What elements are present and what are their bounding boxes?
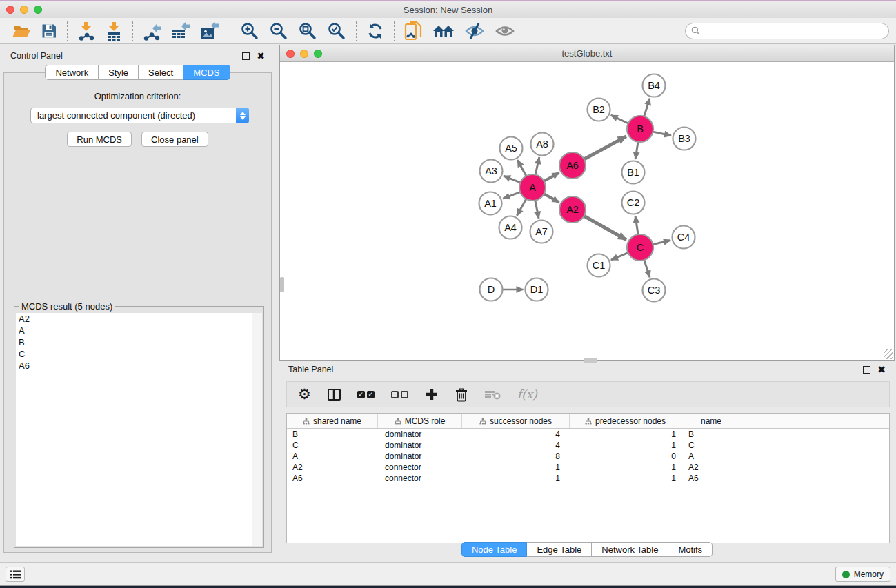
tab-node-table[interactable]: Node Table <box>461 542 528 557</box>
graph-edge-A-A2[interactable] <box>544 194 559 202</box>
splitter-handle-horizontal[interactable] <box>584 358 597 363</box>
zoom-out-button[interactable] <box>264 20 293 42</box>
show-columns-button[interactable] <box>328 389 341 401</box>
graph-edge-B-B4[interactable] <box>644 99 650 116</box>
graph-node-A[interactable]: A <box>519 174 546 201</box>
graph-edge-C-C2[interactable] <box>635 216 638 234</box>
show-all-button[interactable] <box>490 20 520 42</box>
tab-network[interactable]: Network <box>45 65 99 80</box>
result-list-item[interactable]: A6 <box>16 360 252 372</box>
graph-edge-C-C4[interactable] <box>653 241 671 245</box>
tab-network-table[interactable]: Network Table <box>592 542 668 557</box>
graph-edge-C-C3[interactable] <box>644 260 650 277</box>
close-panel-button[interactable]: Close panel <box>141 132 208 147</box>
refresh-button[interactable] <box>361 20 389 42</box>
graph-edge-A-A6[interactable] <box>544 173 559 181</box>
graph-node-A6[interactable]: A6 <box>559 152 586 179</box>
close-panel-icon[interactable]: ✖ <box>257 52 265 60</box>
zoom-in-button[interactable] <box>235 20 264 42</box>
window-resize-grip[interactable] <box>884 349 893 359</box>
deselect-all-button[interactable] <box>391 391 408 398</box>
graph-node-D1[interactable]: D1 <box>526 278 548 301</box>
float-table-panel-icon[interactable] <box>863 366 870 374</box>
tab-select[interactable]: Select <box>139 65 183 80</box>
table-row[interactable]: A2connector11A2 <box>287 462 889 473</box>
graph-edge-A2-C[interactable] <box>584 216 626 239</box>
graph-edge-B-B2[interactable] <box>611 115 628 123</box>
graph-node-A7[interactable]: A7 <box>530 221 553 243</box>
zoom-selected-button[interactable] <box>322 20 351 42</box>
result-list-item[interactable]: A <box>16 325 252 336</box>
function-builder-button[interactable]: f(x) <box>517 387 537 401</box>
tab-style[interactable]: Style <box>99 65 139 80</box>
result-list-item[interactable]: C <box>16 348 252 360</box>
graph-node-B[interactable]: B <box>627 116 653 142</box>
graph-edge-A-A1[interactable] <box>503 192 520 199</box>
graph-node-B2[interactable]: B2 <box>588 99 610 121</box>
first-neighbors-button[interactable] <box>428 20 459 42</box>
criterion-select[interactable]: largest connected component (directed) <box>30 108 249 123</box>
graph-edge-A-A4[interactable] <box>517 199 526 216</box>
export-network-button[interactable] <box>138 20 166 42</box>
search-input[interactable] <box>700 26 888 36</box>
graph-node-A3[interactable]: A3 <box>480 160 503 183</box>
graph-node-C1[interactable]: C1 <box>588 254 610 277</box>
graph-edge-C-C1[interactable] <box>611 253 628 261</box>
graph-node-A5[interactable]: A5 <box>500 137 523 160</box>
add-column-button[interactable] <box>425 387 439 401</box>
table-settings-button[interactable]: ⚙ <box>298 387 311 401</box>
column-header-name[interactable]: name <box>681 414 741 428</box>
graph-edge-B-B3[interactable] <box>653 132 671 136</box>
column-header-successor-nodes[interactable]: successor nodes <box>462 414 570 428</box>
table-row[interactable]: Bdominator41B <box>287 429 889 440</box>
graph-node-A2[interactable]: A2 <box>559 196 586 223</box>
network-canvas[interactable]: B4B2BB3A5A8A6A3B1AA1C2A2A4A7C4CC1DD1C3 <box>280 63 894 360</box>
select-all-button[interactable]: ✓✓ <box>357 391 375 398</box>
column-header-MCDS-role[interactable]: MCDS role <box>378 414 462 428</box>
delete-table-button[interactable] <box>484 389 501 400</box>
graph-node-B3[interactable]: B3 <box>673 128 696 150</box>
graph-edge-A-A3[interactable] <box>504 176 520 183</box>
graph-edge-A-A5[interactable] <box>517 160 526 176</box>
graph-node-C4[interactable]: C4 <box>673 226 695 249</box>
graph-node-A1[interactable]: A1 <box>479 192 502 215</box>
table-row[interactable]: Adominator80A <box>287 451 889 462</box>
graph-node-D[interactable]: D <box>480 278 503 301</box>
memory-button[interactable]: Memory <box>835 567 890 582</box>
table-row[interactable]: Cdominator41C <box>287 440 889 451</box>
table-row[interactable]: A6connector11A6 <box>287 473 889 484</box>
close-table-panel-icon[interactable]: ✖ <box>877 366 886 374</box>
splitter-handle-vertical[interactable] <box>280 277 284 292</box>
column-header-shared-name[interactable]: shared name <box>287 414 378 428</box>
result-list-item[interactable]: B <box>16 336 252 348</box>
hide-selected-button[interactable] <box>459 20 490 42</box>
tab-edge-table[interactable]: Edge Table <box>527 542 592 557</box>
import-network-button[interactable] <box>72 20 100 42</box>
export-image-button[interactable] <box>195 20 225 42</box>
delete-column-button[interactable] <box>455 387 468 402</box>
graph-node-B4[interactable]: B4 <box>643 74 666 97</box>
graph-node-C[interactable]: C <box>627 234 653 261</box>
graph-node-C2[interactable]: C2 <box>622 192 645 214</box>
tab-mcds[interactable]: MCDS <box>183 65 230 80</box>
save-session-button[interactable] <box>36 20 62 42</box>
task-history-button[interactable] <box>6 567 25 582</box>
graph-edge-A6-B[interactable] <box>584 136 626 159</box>
graph-node-C3[interactable]: C3 <box>643 279 666 302</box>
graph-node-A8[interactable]: A8 <box>531 133 554 156</box>
result-list-item[interactable]: A2 <box>16 313 252 325</box>
import-table-button[interactable] <box>100 20 128 42</box>
run-mcds-button[interactable]: Run MCDS <box>67 132 132 147</box>
graph-node-B1[interactable]: B1 <box>622 161 645 184</box>
network-from-file-button[interactable] <box>399 20 428 42</box>
graph-edge-A-A8[interactable] <box>535 157 539 175</box>
export-table-button[interactable] <box>166 20 195 42</box>
graph-edge-B-B1[interactable] <box>635 142 638 159</box>
graph-node-A4[interactable]: A4 <box>499 216 522 239</box>
float-panel-icon[interactable] <box>242 52 250 60</box>
graph-edge-A-A7[interactable] <box>535 201 539 219</box>
tab-motifs[interactable]: Motifs <box>668 542 713 557</box>
zoom-fit-button[interactable] <box>293 20 322 42</box>
result-scrollbar[interactable] <box>252 313 262 546</box>
open-file-button[interactable] <box>7 20 36 42</box>
